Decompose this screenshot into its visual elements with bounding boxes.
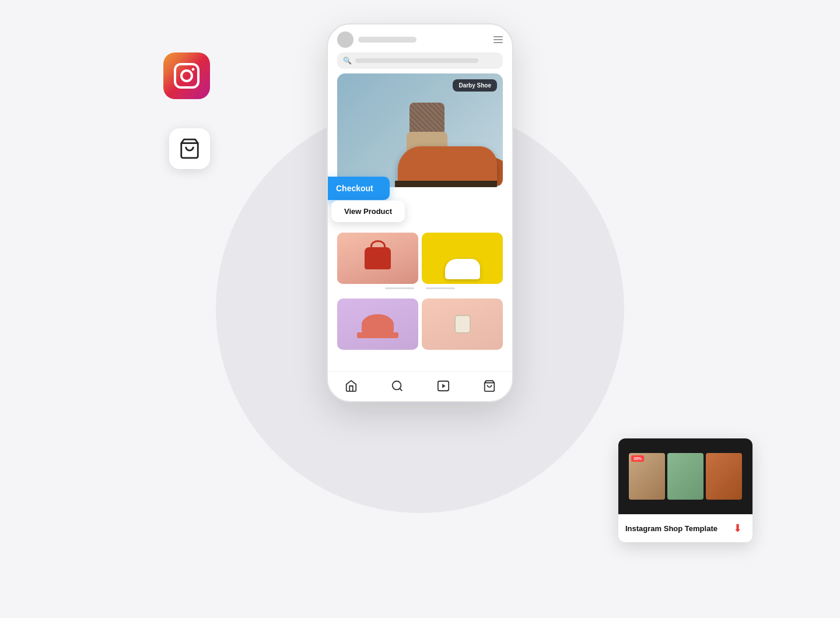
svg-line-5 [400,388,402,391]
phone-mockup: 🔍 Darby Shoe Chec [327,23,513,402]
phone-screen: 🔍 Darby Shoe Chec [328,24,512,401]
scroll-bar-right [426,287,455,289]
scroll-bar-left [385,287,414,289]
bag-product-image [337,233,418,284]
shoe-image [392,103,503,187]
phone-search-bar[interactable]: 🔍 [337,52,503,69]
product-grid-row2 [337,299,503,350]
nav-search[interactable] [389,378,405,394]
product-tag: Darby Shoe [453,79,497,92]
sneaker-product-image [422,233,503,284]
phone-bottom-nav [328,371,512,401]
phone-avatar [337,31,354,48]
hat-shape [362,314,394,335]
download-button[interactable]: ⬇ [729,520,746,536]
instagram-icon-wrapper [163,52,210,99]
template-card-title: Instagram Shop Template [625,524,718,533]
sneaker-shape [445,259,480,279]
view-product-button[interactable]: View Product [331,201,405,222]
nav-reels[interactable] [435,378,452,394]
grid-item-hat[interactable] [337,299,418,350]
template-card-footer: Instagram Shop Template ⬇ [618,514,752,542]
template-badge: 30% [631,455,644,462]
watch-shape [454,315,471,333]
phone-menu-icon [494,36,503,43]
watch-product-image [422,299,503,350]
bag-shape [365,247,391,269]
phone-hero-image: Darby Shoe Checkout View Product [337,73,503,187]
search-input-placeholder [355,58,478,63]
hero-background: Darby Shoe [337,73,503,187]
phone-username-bar [358,37,416,43]
template-mini-2 [667,453,704,500]
svg-point-1 [181,71,192,81]
svg-point-2 [192,68,195,71]
phone-top-bar [328,24,512,52]
search-icon: 🔍 [343,57,352,65]
svg-rect-0 [175,64,198,87]
nav-shop[interactable] [481,378,498,394]
svg-marker-7 [442,384,446,388]
grid-item-watch[interactable] [422,299,503,350]
shoe-body [392,103,503,187]
download-icon: ⬇ [733,522,742,535]
shoe-sole [395,181,497,187]
phone-avatar-row [337,31,416,48]
checkout-button[interactable]: Checkout [328,177,390,200]
grid-item-sneaker[interactable] [422,233,503,284]
template-mini-3 [706,453,742,500]
nav-home[interactable] [343,378,359,394]
template-mini-1: 30% [629,453,665,500]
template-card: 30% Instagram Shop Template ⬇ [618,438,752,542]
bag-icon-wrapper [169,128,210,169]
bag-app-icon [169,128,210,169]
grid-item-bag[interactable] [337,233,418,284]
hat-product-image [337,299,418,350]
svg-point-4 [392,381,401,390]
scroll-indicators [328,287,512,289]
product-grid [337,233,503,284]
instagram-icon [163,52,210,99]
template-card-preview: 30% [618,438,752,514]
